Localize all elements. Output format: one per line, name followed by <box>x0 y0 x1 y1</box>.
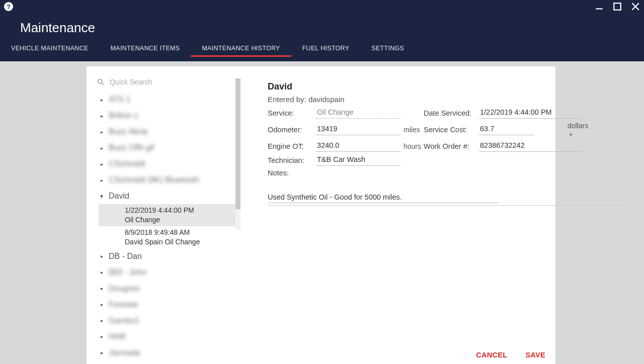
history-record[interactable]: 8/9/2018 9:49:48 AM David Spain Oil Chan… <box>99 226 240 248</box>
cancel-button[interactable]: CANCEL <box>476 351 507 359</box>
scroll-thumb[interactable] <box>235 78 240 209</box>
tab-vehicle-maintenance[interactable]: VEHICLE MAINTENANCE <box>0 45 100 57</box>
engine-ot-field[interactable]: 3240.0 <box>316 141 400 152</box>
label-technician: Technician: <box>268 156 316 164</box>
svg-rect-1 <box>614 3 621 10</box>
unit-hours: hours <box>400 142 424 150</box>
minimize-button[interactable] <box>595 2 604 11</box>
tree-item[interactable]: ▸Buzz Offit gif <box>94 140 240 156</box>
odometer-field[interactable]: 13419 <box>316 124 400 135</box>
tree-item[interactable]: ▸Jarmada <box>94 345 240 361</box>
tab-settings[interactable]: SETTINGS <box>360 45 415 57</box>
tree-item-david[interactable]: ▼David <box>94 188 240 204</box>
tree-item[interactable]: ▸Britton c <box>94 108 240 124</box>
search-icon <box>97 77 105 86</box>
tree-item[interactable]: ▸CSchiraldi (8K) Bluetooth <box>94 172 240 188</box>
search-input[interactable] <box>110 78 230 86</box>
tree-item[interactable]: ▸DB - Dan <box>94 248 240 264</box>
divider <box>268 205 630 206</box>
svg-point-4 <box>98 79 102 83</box>
unit-miles: miles <box>400 126 424 134</box>
entered-by: Entered by: davidspain <box>268 95 545 104</box>
technician-field[interactable]: T&B Car Wash <box>316 155 400 166</box>
maximize-button[interactable] <box>613 2 622 11</box>
help-icon[interactable]: ? <box>4 2 13 11</box>
tree-item[interactable]: ▸Dougreo <box>94 281 240 297</box>
label-service: Service: <box>268 109 316 117</box>
detail-title: David <box>268 81 545 92</box>
svg-line-5 <box>102 83 104 85</box>
scrollbar[interactable] <box>235 78 240 229</box>
label-work-order: Work Order #: <box>424 142 479 150</box>
tree-item[interactable]: ▸HHR <box>94 329 240 345</box>
label-date-serviced: Date Serviced: <box>424 109 479 117</box>
tree-item[interactable]: ▸Buzz Alicia <box>94 124 240 140</box>
close-button[interactable] <box>631 2 640 11</box>
history-record[interactable]: 1/22/2019 4:44:00 PM Oil Change <box>99 204 240 226</box>
service-field[interactable]: Oil Change <box>316 108 400 119</box>
tree-item[interactable]: ▸Forester <box>94 297 240 313</box>
page-title: Maintenance <box>0 13 644 36</box>
label-odometer: Odometer: <box>268 126 316 134</box>
label-notes: Notes: <box>268 169 545 177</box>
chevron-down-icon: ▾ <box>570 132 572 137</box>
currency-select[interactable]: dollars▾ <box>565 122 582 138</box>
notes-field[interactable]: Used Synthetic Oil - Good for 5000 miles… <box>268 193 499 203</box>
service-cost-field[interactable]: 63.7 <box>479 124 534 135</box>
tab-fuel-history[interactable]: FUEL HISTORY <box>291 45 361 57</box>
tab-maintenance-items[interactable]: MAINTENANCE ITEMS <box>100 45 191 57</box>
date-serviced-field[interactable]: 1/22/2019 4:44:00 PM <box>479 108 582 119</box>
label-engine-ot: Engine OT: <box>268 142 316 150</box>
work-order-field[interactable]: 82386732242 <box>479 141 582 152</box>
tab-maintenance-history[interactable]: MAINTENANCE HISTORY <box>191 45 291 57</box>
save-button[interactable]: SAVE <box>525 351 545 359</box>
tree-item[interactable]: ▸083 - John <box>94 264 240 281</box>
tree-item[interactable]: ▸ATS 1 <box>94 92 240 108</box>
label-service-cost: Service Cost: <box>424 126 479 134</box>
tree-item[interactable]: ▸CSchiraldi <box>94 156 240 172</box>
tree-item[interactable]: ▸Gambo1 <box>94 313 240 329</box>
